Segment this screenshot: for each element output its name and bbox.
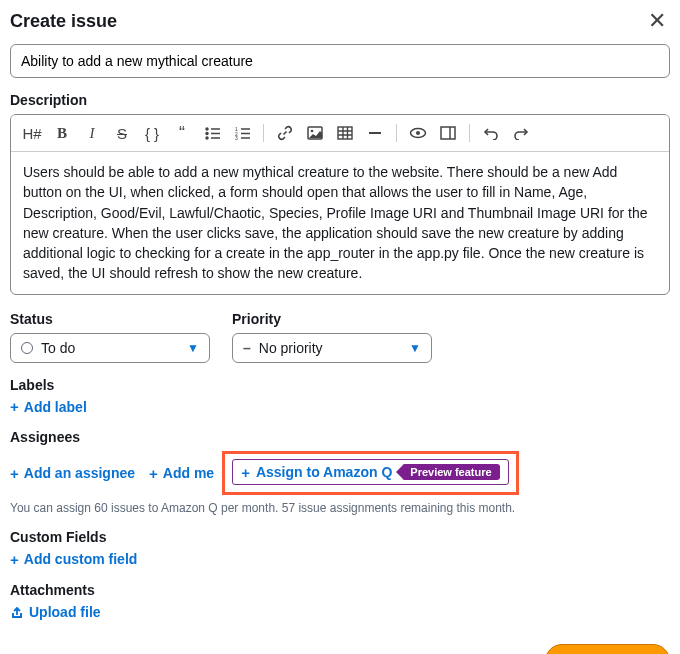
attachments-label: Attachments — [10, 582, 670, 598]
description-editor: H# B I S { } “ 123 — [10, 114, 670, 295]
svg-text:3: 3 — [235, 135, 238, 140]
plus-icon: + — [10, 466, 19, 481]
svg-rect-25 — [12, 613, 14, 617]
redo-icon[interactable] — [508, 121, 534, 145]
plus-icon: + — [10, 399, 19, 414]
plus-icon: + — [241, 465, 250, 480]
add-custom-field-button[interactable]: +Add custom field — [10, 551, 137, 567]
svg-point-13 — [311, 130, 314, 133]
priority-value: No priority — [259, 340, 323, 356]
svg-point-4 — [206, 137, 208, 139]
priority-none-icon: – — [243, 340, 251, 356]
heading-icon[interactable]: H# — [19, 121, 45, 145]
preview-icon[interactable] — [405, 121, 431, 145]
undo-icon[interactable] — [478, 121, 504, 145]
code-icon[interactable]: { } — [139, 121, 165, 145]
status-todo-icon — [21, 342, 33, 354]
svg-point-2 — [206, 132, 208, 134]
chevron-down-icon: ▼ — [409, 341, 421, 355]
italic-icon[interactable]: I — [79, 121, 105, 145]
side-panel-icon[interactable] — [435, 121, 461, 145]
svg-rect-22 — [441, 127, 455, 139]
svg-rect-14 — [338, 127, 352, 139]
description-label: Description — [10, 92, 670, 108]
svg-point-0 — [206, 128, 208, 130]
status-dropdown[interactable]: To do ▼ — [10, 333, 210, 363]
assignees-helper-text: You can assign 60 issues to Amazon Q per… — [10, 501, 670, 515]
assignees-label: Assignees — [10, 429, 670, 445]
chevron-down-icon: ▼ — [187, 341, 199, 355]
highlight-annotation: + Assign to Amazon Q Preview feature — [222, 451, 518, 495]
custom-fields-label: Custom Fields — [10, 529, 670, 545]
link-icon[interactable] — [272, 121, 298, 145]
horizontal-rule-icon[interactable] — [362, 121, 388, 145]
issue-title-input[interactable] — [10, 44, 670, 78]
strikethrough-icon[interactable]: S — [109, 121, 135, 145]
quote-icon[interactable]: “ — [169, 121, 195, 145]
priority-label: Priority — [232, 311, 432, 327]
svg-point-21 — [416, 131, 420, 135]
upload-icon — [10, 605, 24, 619]
bullet-list-icon[interactable] — [199, 121, 225, 145]
add-assignee-button[interactable]: +Add an assignee — [10, 465, 135, 481]
close-icon[interactable]: ✕ — [644, 10, 670, 32]
ordered-list-icon[interactable]: 123 — [229, 121, 255, 145]
svg-rect-26 — [20, 613, 22, 617]
status-value: To do — [41, 340, 75, 356]
add-me-button[interactable]: +Add me — [149, 465, 214, 481]
plus-icon: + — [149, 466, 158, 481]
description-textarea[interactable]: Users should be able to add a new mythic… — [11, 152, 669, 294]
assign-amazon-q-button[interactable]: + Assign to Amazon Q Preview feature — [232, 459, 508, 485]
modal-title: Create issue — [10, 11, 117, 32]
status-label: Status — [10, 311, 210, 327]
plus-icon: + — [10, 552, 19, 567]
labels-label: Labels — [10, 377, 670, 393]
image-icon[interactable] — [302, 121, 328, 145]
priority-dropdown[interactable]: –No priority ▼ — [232, 333, 432, 363]
add-label-button[interactable]: +Add label — [10, 399, 87, 415]
editor-toolbar: H# B I S { } “ 123 — [11, 115, 669, 152]
upload-file-button[interactable]: Upload file — [10, 604, 101, 620]
table-icon[interactable] — [332, 121, 358, 145]
preview-feature-badge: Preview feature — [402, 464, 499, 480]
create-issue-button[interactable]: Create issue — [545, 644, 670, 654]
bold-icon[interactable]: B — [49, 121, 75, 145]
